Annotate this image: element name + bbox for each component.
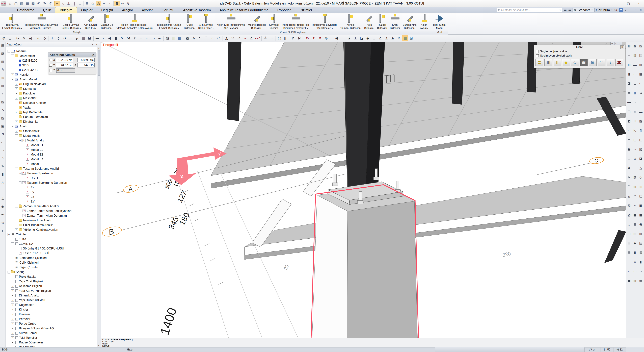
- roof-tool-icon[interactable]: ⌂: [632, 147, 638, 152]
- check-list3-icon[interactable]: ▦: [638, 72, 643, 77]
- panel2-tool-icon[interactable]: ◇: [632, 156, 638, 161]
- mullion-tool-icon[interactable]: ▮: [632, 250, 638, 255]
- lib-page-icon[interactable]: ▧: [626, 203, 632, 208]
- column-base-button[interactable]: KolonAyağı ▾: [418, 14, 430, 31]
- tree-expander-icon[interactable]: +: [11, 294, 14, 297]
- auto-label-icon[interactable]: ABC: [0, 212, 5, 217]
- masonry-filter-icon[interactable]: ▦: [580, 59, 588, 66]
- column-tool-icon[interactable]: ◉: [334, 35, 340, 41]
- angle-tool-icon[interactable]: ∟: [632, 165, 638, 170]
- tree-item-perdeler[interactable]: +Perdeler: [6, 316, 97, 321]
- tree-item-s-n-m-elemanlar-[interactable]: Sönüm Elemanları: [6, 115, 97, 119]
- windows-filter-icon[interactable]: ⊞: [589, 59, 596, 66]
- close-button[interactable]: ×: [634, 0, 644, 7]
- roof-pen-icon[interactable]: ◩: [626, 118, 632, 124]
- minimize-button[interactable]: —: [613, 0, 623, 7]
- poly-tool-icon[interactable]: ◇: [626, 222, 632, 227]
- image-icon[interactable]: ▩: [184, 35, 191, 41]
- tree-item-modal-analiz[interactable]: −Modal Analiz: [6, 133, 97, 138]
- lintel-tool-icon[interactable]: ▭: [632, 269, 638, 274]
- panel-report-icon[interactable]: ◇: [638, 175, 643, 180]
- steel-column[interactable]: [452, 42, 464, 105]
- export-report-icon[interactable]: ▤: [638, 241, 643, 246]
- offset-icon[interactable]: ↵: [236, 35, 242, 41]
- brace-pen-icon[interactable]: ◆: [626, 165, 632, 170]
- tree-scrollbar[interactable]: ▲ ▼: [97, 47, 100, 347]
- tree-expander-icon[interactable]: +: [11, 318, 14, 320]
- snap-node-icon[interactable]: ×: [107, 1, 113, 6]
- y-coordinate-field[interactable]: 364.37 cm: [56, 63, 73, 68]
- tree-expander-icon[interactable]: −: [8, 50, 10, 53]
- fence-pen-icon[interactable]: ≋: [626, 175, 632, 180]
- command-search-input[interactable]: Herhangi bir komut ara... ▼: [497, 8, 562, 13]
- tree-expander-icon[interactable]: +: [11, 285, 14, 287]
- tree-item-statik-analiz[interactable]: +Statik Analiz: [6, 129, 97, 133]
- circle-icon[interactable]: ○: [209, 35, 216, 41]
- stairs-icon[interactable]: △: [0, 180, 5, 185]
- move-grid-icon[interactable]: ⊹: [55, 35, 62, 41]
- home-icon[interactable]: ⌂: [8, 1, 13, 6]
- doors-filter-icon[interactable]: ▢: [598, 59, 606, 66]
- pipe-tool-icon[interactable]: ○: [632, 259, 638, 264]
- tree-item-modal-analiz[interactable]: −Modal Analiz: [6, 138, 97, 143]
- tree-expander-icon[interactable]: −: [18, 181, 22, 184]
- pipe-report-icon[interactable]: ○: [638, 269, 643, 274]
- close-icon[interactable]: ✕: [94, 43, 99, 46]
- viewport-restore-button[interactable]: ▢: [614, 42, 618, 45]
- area-mm2-icon[interactable]: mm²: [254, 35, 260, 41]
- angle-icon[interactable]: ∠: [248, 35, 254, 41]
- girder-pen-icon[interactable]: ▬: [626, 100, 632, 105]
- tree-expander-icon[interactable]: −: [11, 55, 14, 57]
- ortho-icon[interactable]: ∟: [77, 1, 83, 6]
- checkbox[interactable]: [536, 54, 539, 57]
- scroll-up-icon[interactable]: ▲: [97, 47, 100, 50]
- columns-filter-icon[interactable]: ▯: [553, 59, 561, 66]
- tree-item-diyaframlar[interactable]: +Diyaframlar: [6, 119, 97, 124]
- save-icon[interactable]: ▦: [24, 1, 30, 6]
- doc-close-button[interactable]: ×: [639, 9, 643, 12]
- draw-aids-icon[interactable]: ≡: [54, 1, 60, 6]
- text-icon[interactable]: A: [191, 35, 197, 41]
- tree-expander-icon[interactable]: +: [11, 327, 14, 330]
- tree-item-euler-burkulma-analizi[interactable]: Euler Burkulma Analizi: [6, 223, 97, 227]
- axis-tool-icon[interactable]: ⊹: [626, 53, 632, 58]
- tree-item-kiri-ler[interactable]: +Kirişler: [6, 307, 97, 312]
- tree-item-di-er-izimler[interactable]: Diğer Çizimler: [6, 265, 97, 270]
- tree-expander-icon[interactable]: +: [11, 303, 14, 306]
- tree-item-modal-e4[interactable]: Modal E4: [6, 157, 97, 162]
- hide-unselected-checkbox-row[interactable]: Seçilmeyen objeleri sakla: [536, 54, 625, 57]
- stretch-icon[interactable]: ▦: [80, 35, 86, 41]
- arc-icon[interactable]: ⌒: [203, 35, 209, 41]
- pier-tool-icon[interactable]: ▯: [632, 90, 638, 95]
- tree-expander-icon[interactable]: +: [11, 73, 14, 76]
- column-pen-icon[interactable]: ▮: [626, 72, 632, 77]
- polyline-icon[interactable]: ∟: [371, 35, 377, 41]
- tree-expander-icon[interactable]: −: [18, 139, 22, 142]
- list-tool-icon[interactable]: ▤: [626, 250, 632, 255]
- stamp-icon[interactable]: ◉: [107, 35, 113, 41]
- tree-item-noktasal-k-tleler[interactable]: Noktasal Kütleler: [6, 101, 97, 105]
- tree-expander-icon[interactable]: −: [8, 271, 10, 273]
- truss-tool-icon[interactable]: ▲: [346, 35, 352, 41]
- scroll-thumb[interactable]: [98, 51, 100, 76]
- hatch-tool-icon[interactable]: ▨: [626, 212, 632, 217]
- tree-item-modal-e3[interactable]: Modal E3: [6, 152, 97, 157]
- tree-item-analiz-modeli[interactable]: −Analiz Modeli: [6, 77, 97, 82]
- baseplate-tool-icon[interactable]: ⊥: [632, 81, 638, 86]
- tree-expander-icon[interactable]: −: [11, 242, 14, 245]
- pile-tool-icon[interactable]: ◆: [632, 241, 638, 246]
- menu-item-g-r-nt-[interactable]: Görüntü: [157, 7, 179, 13]
- scale-cell[interactable]: 1 : 50: [601, 347, 613, 352]
- break-icon[interactable]: ≠: [100, 35, 107, 41]
- tree-expander-icon[interactable]: +: [15, 97, 18, 100]
- crane-connection-button[interactable]: KrenBirleşimi: [388, 14, 401, 31]
- opening-tool-icon[interactable]: ▣: [632, 212, 638, 217]
- table-view-icon[interactable]: ⊞: [408, 35, 414, 41]
- support-region-connection-button[interactable]: Mesnet BölgesiBirleşimi ▾: [246, 14, 267, 31]
- tree-expander-icon[interactable]: +: [15, 83, 18, 86]
- explode-icon[interactable]: ⋈: [125, 35, 132, 41]
- grid-icon[interactable]: ▦: [176, 35, 183, 41]
- tree-expander-icon[interactable]: +: [15, 87, 18, 90]
- layer-list-icon[interactable]: ≣: [564, 8, 567, 12]
- maximize-button[interactable]: ▢: [623, 0, 634, 7]
